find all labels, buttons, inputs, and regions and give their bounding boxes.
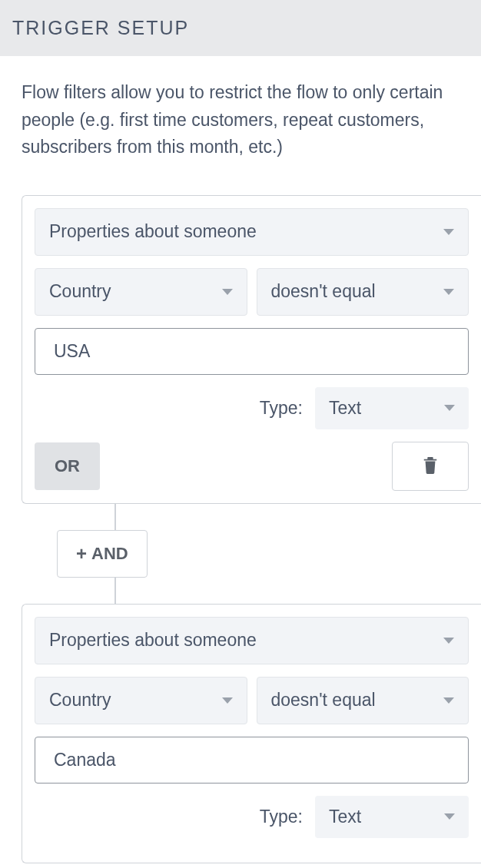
- connector-line: [114, 578, 116, 604]
- page-header: TRIGGER SETUP: [0, 0, 481, 56]
- chevron-down-icon: [443, 697, 454, 704]
- plus-icon: +: [76, 543, 87, 565]
- type-label: Type:: [260, 398, 303, 419]
- filter-value-input[interactable]: [35, 328, 469, 375]
- filter-operator-dropdown[interactable]: doesn't equal: [257, 268, 469, 316]
- filter-operator-dropdown[interactable]: doesn't equal: [257, 677, 469, 724]
- filter-category-dropdown[interactable]: Properties about someone: [35, 208, 469, 256]
- filter-property-label: Country: [49, 690, 111, 711]
- trash-icon: [422, 455, 439, 477]
- filter-type-label: Text: [329, 398, 361, 419]
- chevron-down-icon: [443, 229, 454, 235]
- filter-type-dropdown[interactable]: Text: [315, 387, 469, 429]
- chevron-down-icon: [222, 289, 233, 295]
- and-label: AND: [91, 544, 128, 564]
- filter-operator-label: doesn't equal: [271, 690, 376, 711]
- chevron-down-icon: [443, 289, 454, 295]
- chevron-down-icon: [444, 813, 455, 820]
- filter-card: Properties about someone Country doesn't…: [22, 195, 481, 504]
- filter-operator-label: doesn't equal: [271, 281, 376, 302]
- filter-property-label: Country: [49, 281, 111, 302]
- delete-filter-button[interactable]: [392, 442, 469, 491]
- filter-category-label: Properties about someone: [49, 630, 257, 651]
- chevron-down-icon: [222, 697, 233, 704]
- filter-value-input[interactable]: [35, 737, 469, 784]
- type-label: Type:: [260, 807, 303, 827]
- filter-property-dropdown[interactable]: Country: [35, 677, 247, 724]
- chevron-down-icon: [444, 405, 455, 411]
- filter-type-label: Text: [329, 807, 361, 827]
- filter-category-dropdown[interactable]: Properties about someone: [35, 617, 469, 664]
- flow-filters-description: Flow filters allow you to restrict the f…: [22, 79, 459, 161]
- and-button[interactable]: + AND: [57, 530, 148, 578]
- or-button[interactable]: OR: [35, 442, 100, 490]
- header-title: TRIGGER SETUP: [12, 17, 189, 38]
- chevron-down-icon: [443, 638, 454, 644]
- filter-property-dropdown[interactable]: Country: [35, 268, 247, 316]
- filter-card: Properties about someone Country doesn't…: [22, 604, 481, 863]
- connector-line: [114, 504, 116, 530]
- filter-category-label: Properties about someone: [49, 221, 257, 242]
- and-connector: + AND: [57, 504, 459, 604]
- filter-type-dropdown[interactable]: Text: [315, 796, 469, 838]
